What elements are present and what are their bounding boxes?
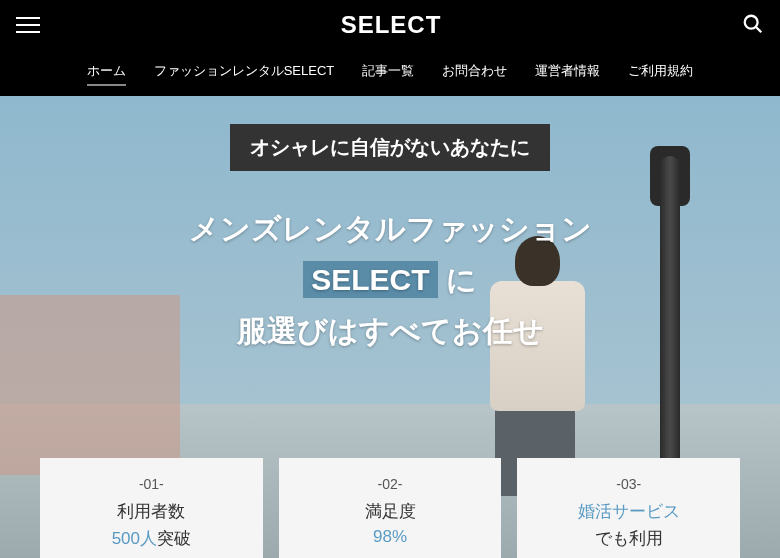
card-value: 98% — [291, 527, 490, 547]
stat-card-service: -03- 婚活サービス でも利用 — [517, 458, 740, 558]
nav-contact[interactable]: お問合わせ — [442, 62, 507, 82]
search-icon — [742, 13, 764, 35]
hero-headline: メンズレンタルファッション SELECT に 服選びはすべてお任せ — [0, 203, 780, 356]
stat-cards: -01- 利用者数 500人突破 -02- 満足度 98% -03- 婚活サービ… — [40, 458, 740, 558]
hero-tagline: オシャレに自信がないあなたに — [230, 124, 550, 171]
top-bar: SELECT — [0, 0, 780, 50]
card-number: -02- — [291, 476, 490, 492]
card-number: -03- — [529, 476, 728, 492]
headline-line3: 服選びはすべてお任せ — [0, 305, 780, 356]
nav-fashion-rental[interactable]: ファッションレンタルSELECT — [154, 62, 335, 82]
card-label: 婚活サービス — [529, 500, 728, 523]
hamburger-icon — [16, 17, 40, 19]
hero-section: オシャレに自信がないあなたに メンズレンタルファッション SELECT に 服選… — [0, 96, 780, 558]
headline-line2: SELECT に — [0, 254, 780, 305]
main-nav: ホーム ファッションレンタルSELECT 記事一覧 お問合わせ 運営者情報 ご利… — [0, 50, 780, 96]
headline-line1: メンズレンタルファッション — [0, 203, 780, 254]
card-number: -01- — [52, 476, 251, 492]
card-value: でも利用 — [529, 527, 728, 550]
hamburger-menu-button[interactable] — [16, 17, 40, 33]
card-value: 500人突破 — [52, 527, 251, 550]
card-label: 満足度 — [291, 500, 490, 523]
nav-terms[interactable]: ご利用規約 — [628, 62, 693, 82]
headline-highlight: SELECT — [303, 261, 437, 298]
search-button[interactable] — [742, 13, 764, 38]
svg-line-1 — [756, 26, 762, 32]
card-label: 利用者数 — [52, 500, 251, 523]
stat-card-satisfaction: -02- 満足度 98% — [279, 458, 502, 558]
hero-content: オシャレに自信がないあなたに メンズレンタルファッション SELECT に 服選… — [0, 96, 780, 356]
header: SELECT ホーム ファッションレンタルSELECT 記事一覧 お問合わせ 運… — [0, 0, 780, 96]
nav-articles[interactable]: 記事一覧 — [362, 62, 414, 82]
nav-home[interactable]: ホーム — [87, 62, 126, 86]
nav-operator-info[interactable]: 運営者情報 — [535, 62, 600, 82]
stat-card-users: -01- 利用者数 500人突破 — [40, 458, 263, 558]
svg-point-0 — [745, 15, 758, 28]
site-logo[interactable]: SELECT — [341, 11, 442, 39]
